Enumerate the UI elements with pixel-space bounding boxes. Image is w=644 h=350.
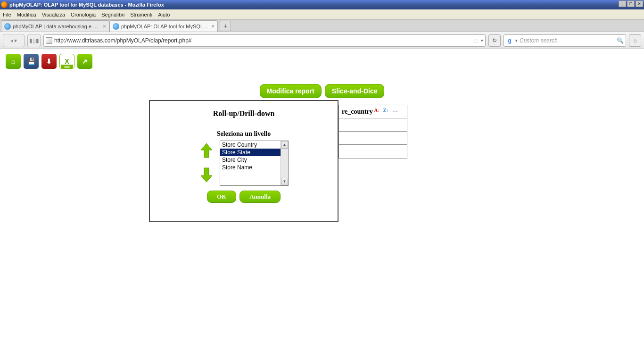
tab-background[interactable]: phpMyOLAP | data warehousing e analisi .…	[1, 20, 109, 32]
url-bar[interactable]: http://www.ditriasas.com/phpMyOLAP/olap/…	[43, 34, 486, 47]
close-tab-icon[interactable]: ×	[103, 23, 106, 30]
app-pdf-button[interactable]: ⬇	[41, 54, 57, 69]
chevron-down-icon: ▾	[14, 37, 17, 44]
new-tab-button[interactable]: +	[220, 21, 231, 31]
minimize-button[interactable]: _	[619, 0, 626, 7]
tab-label: phpMyOLAP | data warehousing e analisi .…	[13, 24, 101, 29]
pdf-icon: ⬇	[46, 58, 52, 65]
level-select-list[interactable]: Store Country Store State Store City Sto…	[220, 141, 289, 186]
share-icon: ↗	[82, 58, 88, 65]
sort-desc-icon[interactable]: Z↓	[383, 108, 391, 116]
menu-help[interactable]: Aiuto	[158, 12, 170, 17]
home-icon: ⌂	[11, 58, 15, 65]
window-title-bar: phpMyOLAP: OLAP tool for MySQL databases…	[0, 0, 644, 9]
tab-strip: phpMyOLAP | data warehousing e analisi .…	[0, 20, 644, 32]
activity-button[interactable]: ▮▯▮	[27, 34, 41, 47]
app-save-button[interactable]: 💾	[24, 54, 39, 69]
back-forward-button[interactable]: ◂ ▾	[3, 34, 25, 47]
csv-label: csv	[61, 65, 73, 69]
favicon-icon	[113, 23, 119, 30]
chevron-down-icon[interactable]: ▾	[515, 38, 518, 43]
dialog-subtitle: Seleziona un livello	[150, 130, 338, 138]
arrow-up-icon	[200, 142, 213, 159]
level-option[interactable]: Store Name	[220, 164, 288, 171]
app-csv-button[interactable]: X csv	[59, 54, 74, 69]
level-option[interactable]: Store City	[220, 156, 288, 164]
tab-active[interactable]: phpMyOLAP: OLAP tool for MySQL datab... …	[109, 20, 218, 32]
scroll-up-button[interactable]: ▲	[281, 141, 288, 149]
google-icon: g	[506, 37, 513, 44]
favicon-icon	[4, 23, 11, 30]
firefox-icon	[1, 1, 8, 8]
drilldown-down-button[interactable]	[199, 166, 214, 183]
report-table-fragment: re_country A↓ Z↓ ⋯	[339, 105, 407, 158]
cancel-button[interactable]: Annulla	[239, 191, 281, 203]
bookmark-star-icon[interactable]: ☆	[473, 37, 479, 44]
arrow-down-icon	[200, 166, 213, 183]
rollup-drilldown-dialog: Roll-up/Drill-down Seleziona un livello …	[149, 100, 339, 222]
dialog-button-row: OK Annulla	[150, 191, 338, 203]
reload-button[interactable]: ↻	[488, 34, 501, 47]
app-toolbar: ⌂ 💾 ⬇ X csv ↗	[0, 49, 644, 74]
ok-button[interactable]: OK	[207, 191, 236, 203]
reload-icon: ↻	[492, 37, 497, 44]
app-home-button[interactable]: ⌂	[6, 54, 21, 69]
level-option[interactable]: Store State	[220, 149, 288, 156]
column-header-store-country[interactable]: re_country	[342, 108, 373, 116]
dialog-title: Roll-up/Drill-down	[150, 109, 338, 118]
table-row	[339, 132, 407, 145]
bars-icon: ▮▯▮	[29, 37, 39, 44]
menu-view[interactable]: Visualizza	[42, 12, 65, 17]
url-dropdown-icon[interactable]: ▾	[481, 38, 483, 43]
table-header-row: re_country A↓ Z↓ ⋯	[339, 105, 407, 118]
window-title-text: phpMyOLAP: OLAP tool for MySQL databases…	[9, 2, 164, 8]
menu-tools[interactable]: Strumenti	[130, 12, 152, 17]
menu-file[interactable]: File	[3, 12, 11, 17]
table-row	[339, 118, 407, 132]
sort-asc-icon[interactable]: A↓	[374, 108, 382, 116]
close-tab-icon[interactable]: ×	[211, 23, 215, 30]
slice-and-dice-button[interactable]: Slice-and-Dice	[325, 84, 384, 98]
table-row	[339, 145, 407, 158]
menu-bar: File Modifica Visualizza Cronologia Segn…	[0, 9, 644, 20]
home-button[interactable]: ⌂	[629, 34, 641, 47]
navigation-toolbar: ◂ ▾ ▮▯▮ http://www.ditriasas.com/phpMyOL…	[0, 32, 644, 49]
level-option[interactable]: Store Country	[220, 141, 288, 149]
url-text[interactable]: http://www.ditriasas.com/phpMyOLAP/olap/…	[54, 37, 471, 44]
close-window-button[interactable]: ✕	[636, 0, 643, 7]
search-bar[interactable]: g ▾ Custom search 🔍	[504, 34, 626, 47]
home-icon: ⌂	[633, 37, 636, 44]
search-icon[interactable]: 🔍	[617, 37, 624, 44]
excel-icon: X	[65, 58, 69, 65]
edit-column-icon[interactable]: ⋯	[392, 108, 398, 115]
tab-label: phpMyOLAP: OLAP tool for MySQL datab...	[121, 24, 209, 29]
save-icon: 💾	[27, 58, 35, 65]
page-icon	[46, 37, 52, 44]
modify-report-button[interactable]: Modifica report	[260, 84, 322, 98]
menu-edit[interactable]: Modifica	[17, 12, 36, 17]
rollup-up-button[interactable]	[199, 142, 214, 159]
listbox-scrollbar[interactable]: ▲ ▼	[281, 141, 288, 185]
scroll-down-button[interactable]: ▼	[281, 178, 288, 185]
app-share-button[interactable]: ↗	[77, 54, 92, 69]
chevron-left-icon: ◂	[10, 37, 13, 44]
page-content: ⌂ 💾 ⬇ X csv ↗ Modifica report Slice-and-…	[0, 49, 644, 350]
action-button-row: Modifica report Slice-and-Dice	[0, 84, 644, 98]
menu-bookmarks[interactable]: Segnalibri	[101, 12, 124, 17]
maximize-button[interactable]: □	[627, 0, 635, 7]
search-placeholder: Custom search	[520, 37, 615, 44]
menu-history[interactable]: Cronologia	[71, 12, 96, 17]
